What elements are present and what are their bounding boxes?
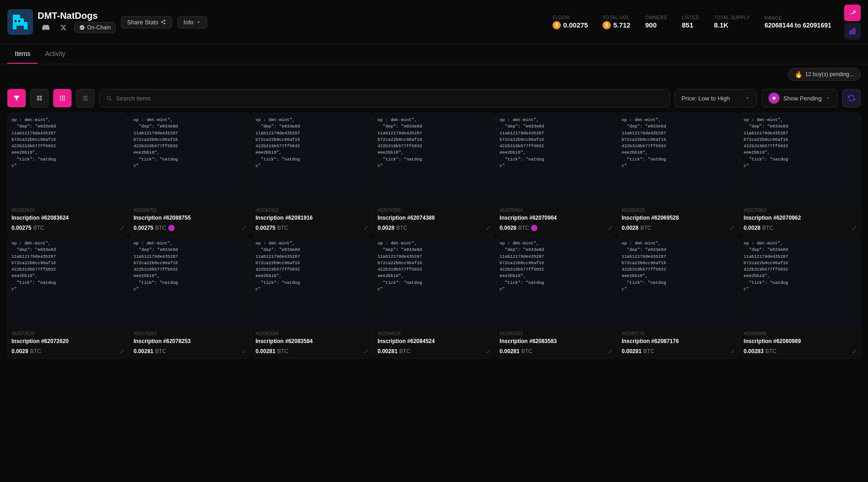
price-currency: BTC (399, 348, 410, 355)
item-card[interactable]: op : dmt-mint", "dep": "e033e8d 11ab1217… (129, 236, 250, 359)
on-chain-button[interactable]: On-Chain (74, 22, 116, 33)
item-id: #62078253 (130, 328, 250, 337)
item-price-row: 0.00281 BTC ⤢ (252, 346, 372, 358)
price-value: 0.00283 (744, 348, 763, 355)
item-card[interactable]: op : dmt-mint", "dep": "e033e8d 11ab1217… (129, 113, 250, 235)
pending-label: 12 buy(s) pending... (805, 71, 854, 78)
expand-icon[interactable]: ⤢ (364, 225, 368, 231)
discord-icon[interactable] (39, 21, 52, 34)
bar-chart-button[interactable] (844, 23, 861, 39)
show-pending-button[interactable]: Show Pending (762, 89, 838, 107)
code-text: op : dmt-mint", "dep": "e033e8d 11ab1217… (11, 240, 124, 293)
expand-icon[interactable]: ⤢ (486, 225, 491, 231)
item-card[interactable]: op : dmt-mint", "dep": "e033e8d 11ab1217… (496, 113, 617, 235)
expand-icon[interactable]: ⤢ (364, 348, 368, 355)
info-button[interactable]: Info (177, 16, 207, 28)
expand-icon[interactable]: ⤢ (608, 225, 613, 231)
show-pending-icon (768, 93, 780, 104)
item-image: op : dmt-mint", "dep": "e033e8d 11ab1217… (618, 237, 738, 328)
twitter-icon[interactable] (57, 21, 70, 34)
expand-icon[interactable]: ⤢ (852, 348, 857, 355)
purple-dot-icon (168, 225, 175, 231)
item-card[interactable]: op : dmt-mint", "dep": "e033e8d 11ab1217… (7, 236, 128, 359)
item-price: 0.0028 BTC (11, 348, 41, 355)
item-card[interactable]: op : dmt-mint", "dep": "e033e8d 11ab1217… (251, 113, 372, 235)
expand-icon[interactable]: ⤢ (120, 348, 124, 355)
collection-title: DMT-NatDogs (38, 11, 116, 21)
code-text: op : dmt-mint", "dep": "e033e8d 11ab1217… (255, 117, 368, 169)
price-value: 0.00281 (255, 348, 275, 355)
grid-4-view-button[interactable] (53, 89, 72, 107)
activity-chart-button[interactable] (844, 5, 861, 21)
svg-rect-8 (24, 26, 28, 29)
listed-stat: LISTED 851 (682, 15, 699, 29)
pending-badge[interactable]: 🔥 12 buy(s) pending... (788, 68, 861, 81)
price-currency: BTC (763, 225, 774, 231)
expand-icon[interactable]: ⤢ (120, 225, 124, 231)
item-card[interactable]: op : dmt-mint", "dep": "e033e8d 11ab1217… (373, 236, 494, 359)
expand-icon[interactable]: ⤢ (730, 348, 735, 355)
item-price: 0.00281 BTC (377, 348, 410, 355)
item-price: 0.0028 BTC (377, 225, 407, 231)
floor-label: FLOOR (553, 15, 569, 20)
svg-rect-25 (62, 100, 63, 100)
list-view-button[interactable] (76, 89, 94, 107)
refresh-button[interactable] (842, 89, 861, 107)
item-price-row: 0.00275 BTC ⤢ (130, 223, 250, 235)
expand-icon[interactable]: ⤢ (242, 348, 246, 355)
item-price-row: 0.0028 BTC ⤢ (496, 223, 616, 235)
expand-icon[interactable]: ⤢ (730, 225, 735, 231)
total-vol-label: TOTAL VOL (603, 15, 629, 20)
svg-rect-17 (40, 99, 42, 101)
price-currency: BTC (518, 225, 529, 231)
expand-icon[interactable]: ⤢ (608, 348, 613, 355)
item-card[interactable]: op : dmt-mint", "dep": "e033e8d 11ab1217… (251, 236, 372, 359)
search-box[interactable] (99, 89, 670, 107)
item-name: Inscription #62083584 (252, 337, 372, 346)
item-image: op : dmt-mint", "dep": "e033e8d 11ab1217… (374, 237, 494, 328)
search-input[interactable] (116, 95, 663, 102)
tab-activity[interactable]: Activity (38, 44, 72, 64)
item-price-row: 0.00281 BTC ⤢ (130, 346, 250, 358)
item-card[interactable]: op : dmt-mint", "dep": "e033e8d 11ab1217… (496, 236, 617, 359)
item-id: #62087176 (618, 328, 738, 337)
sort-dropdown[interactable]: Price: Low to High (674, 89, 757, 107)
svg-rect-2 (17, 15, 20, 18)
item-id: #62081916 (252, 205, 372, 214)
svg-rect-18 (60, 96, 61, 97)
item-card[interactable]: op : dmt-mint", "dep": "e033e8d 11ab1217… (740, 236, 861, 359)
total-supply-label: TOTAL SUPPLY (714, 15, 750, 20)
share-stats-button[interactable]: Share Stats (121, 16, 172, 28)
expand-icon[interactable]: ⤢ (242, 225, 246, 231)
tab-items[interactable]: Items (7, 44, 38, 64)
svg-rect-20 (64, 96, 65, 97)
svg-rect-24 (60, 100, 61, 100)
item-name: Inscription #62088755 (130, 214, 250, 223)
item-image: op : dmt-mint", "dep": "e033e8d 11ab1217… (496, 237, 616, 328)
item-price-row: 0.00281 BTC ⤢ (618, 346, 738, 358)
item-name: Inscription #62072620 (8, 337, 128, 346)
price-value: 0.00281 (500, 348, 520, 355)
code-text: op : dmt-mint", "dep": "e033e8d 11ab1217… (500, 240, 613, 293)
filter-button[interactable] (7, 89, 26, 107)
item-name: Inscription #62087176 (618, 337, 738, 346)
item-card[interactable]: op : dmt-mint", "dep": "e033e8d 11ab1217… (740, 113, 861, 235)
svg-rect-11 (850, 31, 851, 34)
item-price-row: 0.0028 BTC ⤢ (740, 223, 860, 235)
grid-2-view-button[interactable] (30, 89, 49, 107)
item-card[interactable]: op : dmt-mint", "dep": "e033e8d 11ab1217… (618, 236, 739, 359)
code-text: op : dmt-mint", "dep": "e033e8d 11ab1217… (11, 117, 124, 169)
code-text: op : dmt-mint", "dep": "e033e8d 11ab1217… (622, 117, 735, 169)
expand-icon[interactable]: ⤢ (852, 225, 857, 231)
range-stat: RANGE 62068144 to 62091691 (764, 16, 831, 29)
item-card[interactable]: op : dmt-mint", "dep": "e033e8d 11ab1217… (618, 113, 739, 235)
item-price-row: 0.00275 BTC ⤢ (252, 223, 372, 235)
expand-icon[interactable]: ⤢ (486, 348, 491, 355)
svg-rect-9 (15, 20, 17, 22)
total-vol-value: 5.712 (613, 21, 630, 29)
price-currency: BTC (396, 225, 407, 231)
item-card[interactable]: op : dmt-mint", "dep": "e033e8d 11ab1217… (7, 113, 128, 235)
item-id: #62069528 (618, 205, 738, 214)
price-value: 0.00275 (133, 225, 153, 231)
item-card[interactable]: op : dmt-mint", "dep": "e033e8d 11ab1217… (373, 113, 494, 235)
